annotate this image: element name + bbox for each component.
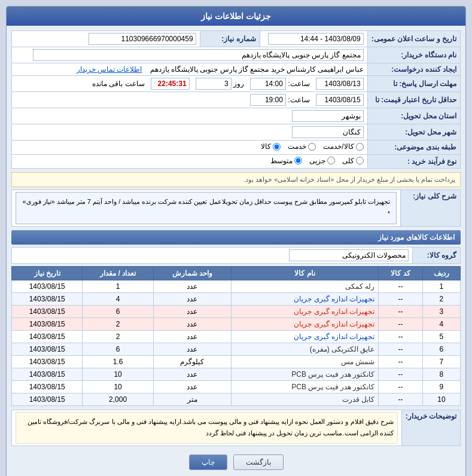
group-table: گروه کالا: محصولات الکترونیکی — [11, 247, 461, 264]
category-radio-group: کالا/خدمت خدمت کالا — [261, 142, 363, 151]
deadline-remaining-input: 22:45:31 — [151, 78, 190, 90]
table-cell-date: 1403/08/15 — [12, 318, 83, 330]
table-cell-code: -- — [379, 393, 422, 405]
table-cell-name: تجهیزات اندازه گیری جریان — [231, 305, 378, 318]
table-cell-date: 1403/08/15 — [12, 355, 83, 368]
contact-link[interactable]: اطلاعات تماس خریدار — [77, 65, 142, 74]
buyer-value: مجتمع گاز پارس جنوبی پالایشگاه یازدهم — [12, 47, 368, 63]
creator-text: عباس ابراهیمی کارشناس خرید مجتمع گاز پار… — [150, 65, 364, 74]
buyer-input[interactable]: مجتمع گاز پارس جنوبی پالایشگاه یازدهم — [33, 49, 364, 61]
table-cell-date: 1403/08/15 — [12, 292, 83, 305]
type-option-3[interactable]: متوسط — [270, 157, 302, 165]
group-input[interactable]: محصولات الکترونیکی — [289, 249, 409, 261]
group-value: محصولات الکترونیکی — [12, 247, 413, 263]
table-cell-unit: عدد — [153, 280, 231, 292]
table-cell-name: عایق الکتریکی (مفره) — [231, 343, 378, 355]
table-cell-qty: 2 — [83, 330, 153, 343]
type-option-2[interactable]: جزیی — [309, 157, 335, 165]
label-time2: ساعت: — [288, 96, 309, 104]
table-row: 8 — [422, 368, 460, 380]
label-niyaz-num: شماره نیاز: — [200, 31, 260, 47]
table-cell-code: -- — [379, 380, 422, 393]
type-value: کلی جزیی متوسط — [12, 154, 368, 169]
category-option-1[interactable]: کالا/خدمت — [323, 142, 363, 151]
type-radio-3[interactable] — [294, 157, 302, 164]
table-cell-code: -- — [379, 318, 422, 330]
col-header-name: نام کالا — [231, 266, 378, 280]
type-radio-1[interactable] — [356, 157, 364, 164]
table-cell-date: 1403/08/15 — [12, 330, 83, 343]
date-pub-input[interactable]: 1403/08/09 - 14:44 — [268, 33, 364, 45]
col-header-row: ردیف — [422, 266, 460, 280]
type-radio-2[interactable] — [327, 157, 335, 164]
table-cell-name: کابل قدرت — [231, 393, 378, 405]
city-input[interactable]: کنگان — [292, 126, 364, 138]
city-value: کنگان — [12, 124, 368, 141]
col-header-date: تاریخ نیاز — [12, 266, 83, 280]
table-cell-unit: عدد — [153, 380, 231, 393]
creator-value: عباس ابراهیمی کارشناس خرید مجتمع گاز پار… — [12, 63, 368, 76]
button-row: بازگشت چاپ — [11, 450, 461, 475]
label-price-deadline: حداقل تاریخ اعتبار قیمت: تا — [367, 92, 460, 108]
table-cell-name: تجهیزات اندازه گیری جریان — [231, 292, 378, 305]
table-cell-code: -- — [379, 368, 422, 380]
buyer-notes-value: شرح دقیق اقلام و دستور العمل نحوه ارایه … — [12, 410, 402, 446]
table-cell-code: -- — [379, 305, 422, 318]
price-deadline-value: 1403/08/15 ساعت: 19:00 — [12, 92, 368, 108]
table-cell-code: -- — [379, 343, 422, 355]
category-radio-2[interactable] — [308, 143, 316, 151]
table-cell-unit: کیلوگرم — [153, 355, 231, 368]
back-button[interactable]: بازگشت — [233, 454, 284, 470]
table-cell-date: 1403/08/15 — [12, 305, 83, 318]
category-radio-3[interactable] — [273, 143, 281, 151]
label-type: نوع فرآیند خرید : — [367, 154, 460, 169]
table-cell-qty: 2 — [83, 318, 153, 330]
deadline-date-input[interactable]: 1403/08/13 — [316, 78, 364, 90]
table-cell-date: 1403/08/15 — [12, 368, 83, 380]
col-header-unit: واحد شمارش — [153, 266, 231, 280]
description-value: تجهیزات تابلو کمپرسور مطابق شرح پیوست حد… — [12, 190, 401, 227]
category-value: کالا/خدمت خدمت کالا — [12, 141, 368, 155]
category-radio-1[interactable] — [356, 143, 364, 151]
main-container: جزئیات اطلاعات نیاز تاریخ و ساعت اعلان ع… — [6, 6, 466, 476]
table-cell-unit: عدد — [153, 318, 231, 330]
niyaz-num-input[interactable]: 1103096669700004​59 — [89, 33, 196, 45]
label-date-pub: تاریخ و ساعت اعلان عمومی: — [367, 31, 460, 47]
table-cell-unit: عدد — [153, 343, 231, 355]
province-input[interactable]: بوشهر — [292, 110, 364, 122]
label-city: شهر محل تحویل: — [367, 124, 460, 141]
table-cell-unit: عدد — [153, 368, 231, 380]
table-row: 6 — [422, 343, 460, 355]
label-creator: ایجاد کننده درخواست: — [367, 63, 460, 76]
table-cell-qty: 6 — [83, 305, 153, 318]
table-cell-code: -- — [379, 330, 422, 343]
deadline-time-input[interactable]: 14:00 — [250, 78, 286, 90]
table-cell-qty: 1.6 — [83, 355, 153, 368]
table-cell-code: -- — [379, 292, 422, 305]
table-cell-name: شمش مس — [231, 355, 378, 368]
label-remaining: ساعت باقی مانده — [92, 80, 145, 88]
category-option-3[interactable]: کالا — [261, 142, 281, 151]
table-cell-qty: 10 — [83, 380, 153, 393]
category-option-2[interactable]: خدمت — [288, 142, 316, 151]
col-header-qty: تعداد / مقدار — [83, 266, 153, 280]
table-row: 10 — [422, 393, 460, 405]
table-cell-unit: عدد — [153, 305, 231, 318]
label-province: استان محل تحویل: — [367, 108, 460, 124]
table-cell-code: -- — [379, 355, 422, 368]
print-button[interactable]: چاپ — [189, 454, 227, 470]
table-row: 4 — [422, 318, 460, 330]
price-deadline-date-input[interactable]: 1403/08/15 — [316, 94, 364, 106]
table-cell-unit: عدد — [153, 292, 231, 305]
table-row: 1 — [422, 280, 460, 292]
deadline-days-input[interactable]: 3 — [196, 78, 232, 90]
label-deadline: مهلت ارسال پاسخ: تا — [367, 76, 460, 92]
date-pub-value: 1403/08/09 - 14:44 — [260, 31, 367, 47]
label-description: شرح کلی نیاز: — [401, 190, 461, 227]
price-deadline-time-input[interactable]: 19:00 — [250, 94, 286, 106]
table-row: 3 — [422, 305, 460, 318]
label-time: ساعت: — [288, 80, 309, 88]
type-option-1[interactable]: کلی — [342, 157, 364, 165]
table-row: 5 — [422, 330, 460, 343]
table-cell-date: 1403/08/15 — [12, 380, 83, 393]
